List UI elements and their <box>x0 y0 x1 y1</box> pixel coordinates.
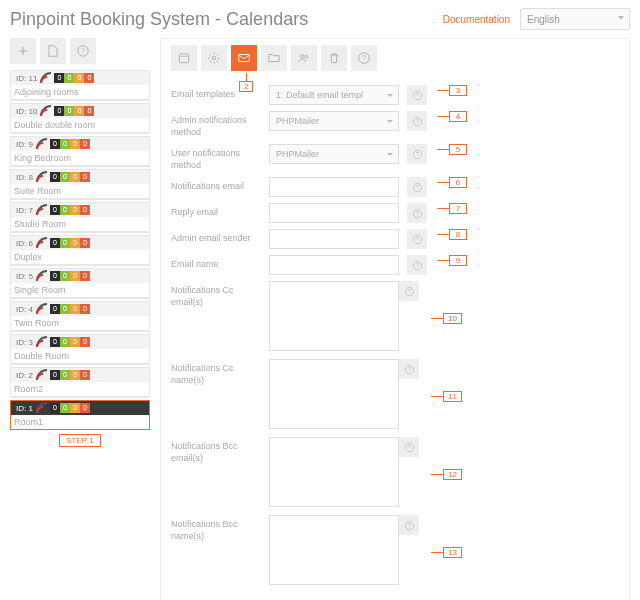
bcc_emails-label: Notifications Bcc email(s) <box>171 437 261 464</box>
field-help-button[interactable]: ? <box>399 515 419 535</box>
status-pills: 0000 <box>50 172 90 182</box>
export-icon <box>46 44 60 58</box>
svg-text:?: ? <box>408 522 411 528</box>
svg-point-3 <box>212 56 216 60</box>
calendar-item[interactable]: ID: 6 0000 Duplex <box>10 235 150 266</box>
callout-12: 12 <box>431 469 462 480</box>
svg-text:?: ? <box>416 92 419 98</box>
help-icon: ? <box>404 364 415 375</box>
toolbar-mail-button[interactable] <box>231 45 257 71</box>
notify_email-label: Notifications email <box>171 177 261 192</box>
field-help-button[interactable]: ? <box>399 281 419 301</box>
callout-7: 7 <box>437 203 467 214</box>
help-button[interactable]: ? <box>70 38 96 64</box>
calendar-name: Twin Room <box>11 316 149 330</box>
help-icon: ? <box>412 149 423 160</box>
calendar-id: ID: 2 <box>13 371 36 380</box>
svg-text:?: ? <box>408 288 411 294</box>
svg-rect-2 <box>179 54 188 63</box>
users-icon <box>297 51 311 65</box>
calendar-item[interactable]: ID: 11 0000 Adjoining rooms <box>10 70 150 101</box>
svg-text:?: ? <box>416 210 419 216</box>
toolbar-trash-button[interactable] <box>321 45 347 71</box>
calendar-icon <box>177 51 191 65</box>
status-pills: 0000 <box>54 106 94 116</box>
calendar-name: King Bedroom <box>11 151 149 165</box>
calendar-name: Double double room <box>11 118 149 132</box>
calendar-item[interactable]: ID: 3 0000 Double Room <box>10 334 150 365</box>
calendar-item[interactable]: ID: 9 0000 King Bedroom <box>10 136 150 167</box>
calendar-item[interactable]: ID: 2 0000 Room2 <box>10 367 150 398</box>
admin_notify-label: Admin notifications method <box>171 111 261 138</box>
calendar-id: ID: 6 <box>13 239 36 248</box>
bcc_names-label: Notifications Bcc name(s) <box>171 515 261 542</box>
field-help-button[interactable]: ? <box>399 359 419 379</box>
user_notify-select[interactable]: PHPMailer <box>269 144 399 164</box>
field-help-button[interactable]: ? <box>407 111 427 131</box>
calendar-item[interactable]: ID: 8 0000 Suite Room <box>10 169 150 200</box>
admin_sender-input[interactable] <box>269 229 399 249</box>
help-icon: ? <box>76 44 90 58</box>
calendar-item[interactable]: ID: 1 0000 Room1 <box>10 400 150 430</box>
user_notify-label: User notifications method <box>171 144 261 171</box>
field-help-button[interactable]: ? <box>407 85 427 105</box>
help-icon: ? <box>404 286 415 297</box>
documentation-link[interactable]: Documentation <box>443 14 510 25</box>
trash-icon <box>327 51 341 65</box>
main-toolbar: ?2 <box>171 45 619 71</box>
chevron-down-icon <box>387 120 393 123</box>
folder-icon <box>267 51 281 65</box>
admin_notify-select[interactable]: PHPMailer <box>269 111 399 131</box>
field-help-button[interactable]: ? <box>407 229 427 249</box>
bcc_emails-textarea[interactable] <box>269 437 399 507</box>
field-help-button[interactable]: ? <box>399 437 419 457</box>
field-help-button[interactable]: ? <box>407 203 427 223</box>
toolbar-gear-button[interactable] <box>201 45 227 71</box>
calendar-item[interactable]: ID: 7 0000 Studio Room <box>10 202 150 233</box>
toolbar-calendar-button[interactable] <box>171 45 197 71</box>
calendar-id: ID: 5 <box>13 272 36 281</box>
export-button[interactable] <box>40 38 66 64</box>
help-icon: ? <box>404 442 415 453</box>
notify_email-input[interactable] <box>269 177 399 197</box>
callout-6: 6 <box>437 177 467 188</box>
svg-text:?: ? <box>416 184 419 190</box>
calendar-item[interactable]: ID: 10 0000 Double double room <box>10 103 150 134</box>
field-help-button[interactable]: ? <box>407 144 427 164</box>
svg-text:?: ? <box>416 236 419 242</box>
status-pills: 0000 <box>50 370 90 380</box>
user_notify-value: PHPMailer <box>276 149 319 159</box>
calendar-name: Duplex <box>11 250 149 264</box>
svg-rect-4 <box>239 55 250 62</box>
plus-icon <box>16 44 30 58</box>
help-icon: ? <box>412 182 423 193</box>
calendar-item[interactable]: ID: 4 0000 Twin Room <box>10 301 150 332</box>
field-help-button[interactable]: ? <box>407 177 427 197</box>
callout-3: 3 <box>437 85 467 96</box>
help-icon: ? <box>412 208 423 219</box>
reply_email-input[interactable] <box>269 203 399 223</box>
calendar-id: ID: 4 <box>13 305 36 314</box>
calendar-id: ID: 9 <box>13 140 36 149</box>
toolbar-help-button[interactable]: ? <box>351 45 377 71</box>
cc_names-label: Notifications Cc name(s) <box>171 359 261 386</box>
calendar-name: Double Room <box>11 349 149 363</box>
toolbar-folder-button[interactable] <box>261 45 287 71</box>
bcc_names-textarea[interactable] <box>269 515 399 585</box>
toolbar-users-button[interactable] <box>291 45 317 71</box>
svg-text:?: ? <box>408 444 411 450</box>
field-help-button[interactable]: ? <box>407 255 427 275</box>
calendar-id: ID: 1 <box>13 404 36 413</box>
status-pills: 0000 <box>50 271 90 281</box>
email_templates-select[interactable]: 1: Default email templ <box>269 85 399 105</box>
email_name-input[interactable] <box>269 255 399 275</box>
callout-9: 9 <box>437 255 467 266</box>
add-calendar-button[interactable] <box>10 38 36 64</box>
calendar-name: Single Room <box>11 283 149 297</box>
calendar-name: Studio Room <box>11 217 149 231</box>
calendar-item[interactable]: ID: 5 0000 Single Room <box>10 268 150 299</box>
language-select[interactable]: English <box>520 8 630 30</box>
cc_names-textarea[interactable] <box>269 359 399 429</box>
svg-text:?: ? <box>416 118 419 124</box>
cc_emails-textarea[interactable] <box>269 281 399 351</box>
